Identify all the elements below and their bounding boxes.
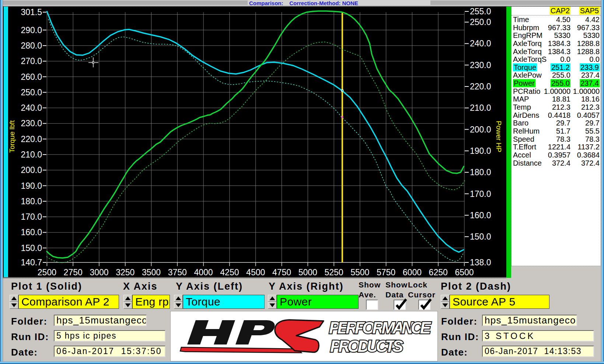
svg-text:6000: 6000 xyxy=(403,268,422,277)
svg-text:4750: 4750 xyxy=(272,268,291,277)
svg-text:190.0: 190.0 xyxy=(21,181,42,191)
svg-text:180.0: 180.0 xyxy=(21,197,42,206)
svg-text:138.0: 138.0 xyxy=(470,258,491,267)
svg-text:4500: 4500 xyxy=(246,268,265,277)
svg-text:2500: 2500 xyxy=(38,268,56,277)
svg-text:5500: 5500 xyxy=(350,268,369,277)
svg-text:PRODUCTS: PRODUCTS xyxy=(330,337,403,355)
svg-text:6500: 6500 xyxy=(455,268,474,277)
svg-text:210.0: 210.0 xyxy=(470,103,491,113)
svg-text:190.0: 190.0 xyxy=(470,146,491,156)
svg-text:210.0: 210.0 xyxy=(21,150,42,159)
svg-text:220.0: 220.0 xyxy=(470,82,491,91)
svg-text:3000: 3000 xyxy=(90,268,108,277)
svg-text:5000: 5000 xyxy=(298,268,317,277)
svg-text:5750: 5750 xyxy=(377,268,395,277)
svg-text:200.0: 200.0 xyxy=(21,165,42,175)
svg-text:4000: 4000 xyxy=(194,268,213,277)
svg-text:270.0: 270.0 xyxy=(21,56,42,66)
svg-text:250.0: 250.0 xyxy=(470,17,491,27)
svg-text:170.0: 170.0 xyxy=(21,212,42,222)
svg-text:150.0: 150.0 xyxy=(470,232,491,241)
svg-text:240.0: 240.0 xyxy=(21,103,42,113)
svg-text:260.0: 260.0 xyxy=(21,72,42,82)
svg-text:240.0: 240.0 xyxy=(470,39,491,48)
svg-text:4250: 4250 xyxy=(220,268,239,277)
svg-text:Torque lbft: Torque lbft xyxy=(8,120,16,153)
svg-text:290.0: 290.0 xyxy=(21,25,42,35)
svg-text:230.0: 230.0 xyxy=(21,119,42,128)
svg-text:Power HP: Power HP xyxy=(495,121,503,152)
svg-text:2750: 2750 xyxy=(64,268,83,277)
svg-text:180.0: 180.0 xyxy=(470,167,491,177)
svg-text:5250: 5250 xyxy=(325,268,343,277)
svg-text:230.0: 230.0 xyxy=(470,60,491,70)
svg-text:140.7: 140.7 xyxy=(21,258,42,267)
svg-text:3250: 3250 xyxy=(116,268,135,277)
svg-text:PERFORMANCE: PERFORMANCE xyxy=(329,319,432,337)
svg-text:3500: 3500 xyxy=(142,268,161,277)
svg-text:250.0: 250.0 xyxy=(21,88,42,97)
svg-text:150.0: 150.0 xyxy=(21,243,42,253)
svg-text:160.0: 160.0 xyxy=(21,227,42,237)
svg-text:170.0: 170.0 xyxy=(470,189,491,199)
svg-text:220.0: 220.0 xyxy=(21,134,42,144)
svg-text:3750: 3750 xyxy=(168,268,187,277)
svg-text:200.0: 200.0 xyxy=(470,125,491,134)
svg-text:6250: 6250 xyxy=(429,268,448,277)
svg-text:280.0: 280.0 xyxy=(21,41,42,50)
svg-text:301.5: 301.5 xyxy=(21,7,42,17)
svg-text:255.0: 255.0 xyxy=(470,7,491,16)
svg-text:160.0: 160.0 xyxy=(470,211,491,220)
